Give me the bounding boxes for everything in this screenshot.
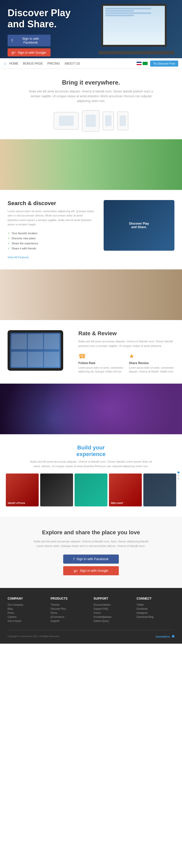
footer-link-themes[interactable]: Themes: [50, 603, 88, 606]
explore-title: Explore and share the place you love: [5, 529, 177, 536]
footer-link-support[interactable]: Support: [50, 620, 88, 622]
footer-link-faq[interactable]: Support FAQ: [94, 608, 132, 610]
footer-link-ecommerce[interactable]: eCommerce: [50, 616, 88, 618]
album-card-1[interactable]: Heart Attack: [6, 473, 39, 506]
footer-link-twitter[interactable]: Twitter: [137, 603, 174, 606]
nav-links: HOME BONUS PAGE PRICING ABOUT US: [9, 62, 137, 65]
album-card-2[interactable]: [40, 473, 73, 506]
footer-link-instagram[interactable]: Instagram: [137, 612, 174, 614]
hero-google-button[interactable]: g+ Sign in with Google: [8, 49, 50, 57]
tablet-thumb-4: [11, 352, 27, 367]
nav-about[interactable]: ABOUT US: [65, 62, 80, 65]
check-icon-4: ✓: [8, 247, 10, 250]
album-card-4[interactable]: Red Light: [109, 473, 142, 506]
check-icon-1: ✓: [8, 231, 10, 235]
guitar-lights: [0, 383, 182, 434]
mini-screen-text: Discover Play and Share.: [129, 222, 149, 229]
footer-company-col: Company Our Company Blog Press Careers G…: [8, 597, 45, 624]
bring-description: Nulla sed elit amet accumsan aliquam. Vi…: [28, 89, 154, 104]
google-icon: g+: [12, 51, 16, 55]
facebook-icon-2: f: [73, 557, 74, 561]
scroll-dot-3: [177, 477, 179, 479]
footer-support-col: Support Documentation Support FAQ Forum …: [94, 597, 132, 624]
device-monitor: [53, 112, 79, 130]
phone-screen-2: [119, 116, 126, 126]
search-title: Search & discover: [8, 200, 96, 207]
footer: Company Our Company Blog Press Careers G…: [0, 588, 182, 644]
footer-link-facebook[interactable]: Facebook: [137, 608, 174, 610]
feature-item-share-exp: ✓ Share the experience: [8, 241, 96, 246]
footer-copyright: Copyright © Joomla Fox 2015. All Rights …: [8, 635, 60, 638]
footer-link-dl-blog[interactable]: Download Blog: [137, 616, 174, 618]
home-icon[interactable]: ⌂: [4, 61, 6, 66]
rate-feature-share: ★ Share Review Lorem ipsum dolor sit ame…: [129, 353, 174, 373]
tablet-thumb-2: [28, 334, 43, 349]
footer-link-blog[interactable]: Blog: [8, 608, 45, 610]
footer-link-discover-plus[interactable]: Discover Plus: [50, 608, 88, 610]
nav-cta-button[interactable]: Try Discover Free: [150, 61, 178, 67]
search-section: Search & discover Lorem ipsum dolor sit …: [0, 190, 182, 270]
footer-support-title: Support: [94, 597, 132, 600]
footer-link-press[interactable]: Press: [8, 612, 45, 614]
hero-content: Discover Play and Share. f Sign in with …: [8, 8, 174, 57]
share-review-icon: ★: [129, 353, 174, 360]
footer-logo: JoomlaFox: [155, 635, 174, 638]
tablet-row-1: [10, 333, 61, 350]
scroll-dot-2: [177, 474, 179, 476]
footer-link-forum[interactable]: Forum: [94, 612, 132, 614]
bring-section: Bring it everywhere. Nulla sed elit amet…: [0, 69, 182, 139]
hero-facebook-button[interactable]: f Sign in with Facebook: [8, 35, 50, 46]
footer-company-title: Company: [8, 597, 45, 600]
check-icon-3: ✓: [8, 242, 10, 245]
footer-products-col: Products Themes Discover Plus Demo eComm…: [50, 597, 88, 624]
tablet-thumb-1: [11, 334, 27, 349]
footer-logo-area: JoomlaFox: [155, 634, 174, 639]
album-card-3[interactable]: [75, 473, 107, 506]
albums-row: Heart Attack Red Light: [5, 473, 177, 506]
build-description: Nulla sed elit amet accumsan aliquam. Vi…: [28, 460, 154, 468]
bring-title: Bring it everywhere.: [5, 79, 177, 86]
device-tablet: [82, 110, 100, 132]
share-review-desc: Lorem ipsum dolor sit amet, consectetur …: [129, 366, 174, 373]
search-content-left: Search & discover Lorem ipsum dolor sit …: [8, 200, 96, 259]
album-card-5[interactable]: [143, 473, 176, 506]
footer-dot: [172, 635, 174, 638]
headphones-section: [0, 270, 182, 320]
album-label-4: Red Light: [111, 502, 123, 504]
google-icon-2: g+: [74, 569, 78, 573]
feature-item-location: ✓ Your favorite location: [8, 231, 96, 236]
footer-link-careers[interactable]: Careers: [8, 616, 45, 618]
follow-rate-title: Follow Rate: [78, 361, 124, 365]
footer-link-kb[interactable]: Knowledgebase: [94, 616, 132, 618]
footer-link-submit[interactable]: Submit Query: [94, 620, 132, 622]
scroll-indicator: [177, 471, 179, 479]
nav-pricing[interactable]: PRICING: [47, 62, 60, 65]
cta-buttons: f Sign in with Facebook g+ Sign in with …: [5, 555, 177, 575]
search-description: Lorem ipsum dolor sit amet, consectetur …: [8, 209, 96, 227]
footer-link-company[interactable]: Our Company: [8, 603, 45, 606]
monitor-screen: [59, 116, 74, 126]
follow-rate-icon: ☎: [78, 353, 124, 360]
footer-bottom: Copyright © Joomla Fox 2015. All Rights …: [8, 630, 174, 639]
view-all-features-link[interactable]: View All Features: [8, 256, 29, 259]
navbar: ⌂ HOME BONUS PAGE PRICING ABOUT US Try D…: [0, 58, 182, 69]
device-phone: [103, 112, 114, 130]
nav-home[interactable]: HOME: [9, 62, 19, 65]
device-phone-2: [117, 112, 129, 130]
woman-photo-section: [0, 139, 182, 190]
guitar-section: [0, 383, 182, 434]
photo-gradient: [0, 139, 182, 190]
footer-connect-title: Connect: [137, 597, 174, 600]
tablet-thumb-6: [44, 352, 60, 367]
footer-link-demo[interactable]: Demo: [50, 612, 88, 614]
facebook-icon: f: [12, 38, 13, 42]
nav-bonus[interactable]: BONUS PAGE: [23, 62, 43, 65]
footer-link-docs[interactable]: Documentation: [94, 603, 132, 606]
explore-facebook-button[interactable]: f Sign in with Facebook: [63, 555, 119, 564]
explore-google-button[interactable]: g+ Sign in with Google: [63, 566, 119, 575]
build-section: Build your experience Nulla sed elit ame…: [0, 434, 182, 517]
explore-description: Nulla sed elit amet accumsan aliquam. Vi…: [30, 539, 152, 548]
tablet-thumb-5: [28, 352, 43, 367]
footer-link-contact[interactable]: Get in touch: [8, 620, 45, 622]
rate-feature-follow: ☎ Follow Rate Lorem ipsum dolor sit amet…: [78, 353, 124, 373]
